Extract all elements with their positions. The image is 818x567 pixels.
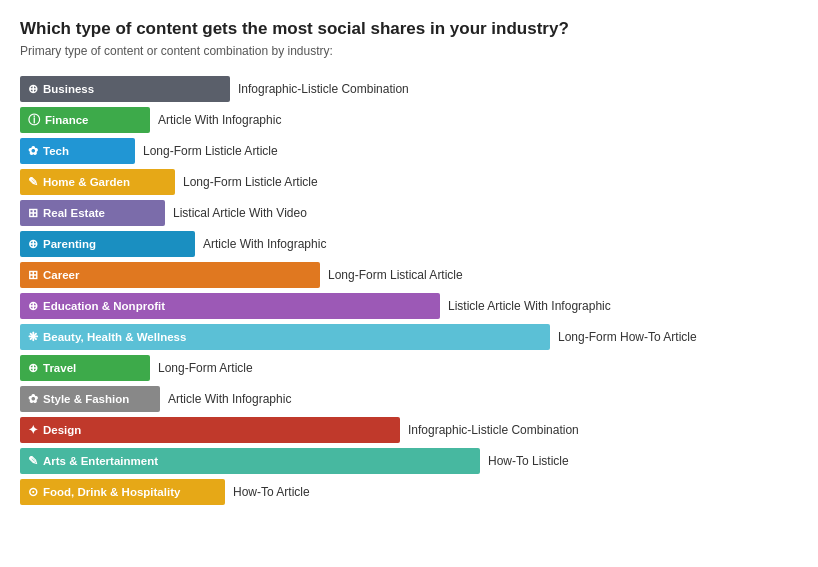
bar-icon-food-drink: ⊙ [28,485,38,499]
bar-label-tech: ✿Tech [28,144,69,158]
bar-icon-parenting: ⊕ [28,237,38,251]
bar-label-real-estate: ⊞Real Estate [28,206,105,220]
bar-label-text-finance: Finance [45,114,88,126]
bar-label-education-nonprofit: ⊕Education & Nonprofit [28,299,165,313]
bar-label-arts-entertainment: ✎Arts & Entertainment [28,454,158,468]
bar-label-text-style-fashion: Style & Fashion [43,393,129,405]
bar-real-estate: ⊞Real Estate [20,200,165,226]
bar-icon-career: ⊞ [28,268,38,282]
bar-design: ✦Design [20,417,400,443]
bar-description-tech: Long-Form Listicle Article [143,144,278,158]
bar-label-text-business: Business [43,83,94,95]
chart-container: ⊕BusinessInfographic-Listicle Combinatio… [20,76,798,505]
bar-label-text-career: Career [43,269,79,281]
bar-icon-business: ⊕ [28,82,38,96]
bar-icon-beauty-health: ❋ [28,330,38,344]
bar-arts-entertainment: ✎Arts & Entertainment [20,448,480,474]
bar-travel: ⊕Travel [20,355,150,381]
bar-food-drink: ⊙Food, Drink & Hospitality [20,479,225,505]
bar-icon-home-garden: ✎ [28,175,38,189]
bar-description-education-nonprofit: Listicle Article With Infographic [448,299,611,313]
bar-description-home-garden: Long-Form Listicle Article [183,175,318,189]
bar-icon-tech: ✿ [28,144,38,158]
bar-beauty-health: ❋Beauty, Health & Wellness [20,324,550,350]
chart-row: ⊕TravelLong-Form Article [20,355,798,381]
chart-title: Which type of content gets the most soci… [20,18,798,40]
bar-description-beauty-health: Long-Form How-To Article [558,330,697,344]
bar-icon-style-fashion: ✿ [28,392,38,406]
bar-label-text-tech: Tech [43,145,69,157]
bar-description-business: Infographic-Listicle Combination [238,82,409,96]
chart-row: ⊕BusinessInfographic-Listicle Combinatio… [20,76,798,102]
chart-row: ⊕ParentingArticle With Infographic [20,231,798,257]
bar-label-text-arts-entertainment: Arts & Entertainment [43,455,158,467]
bar-home-garden: ✎Home & Garden [20,169,175,195]
bar-description-arts-entertainment: How-To Listicle [488,454,569,468]
bar-education-nonprofit: ⊕Education & Nonprofit [20,293,440,319]
chart-row: ⊞CareerLong-Form Listical Article [20,262,798,288]
bar-icon-travel: ⊕ [28,361,38,375]
bar-description-style-fashion: Article With Infographic [168,392,291,406]
bar-label-text-real-estate: Real Estate [43,207,105,219]
chart-subtitle: Primary type of content or content combi… [20,44,798,58]
bar-icon-design: ✦ [28,423,38,437]
bar-label-text-education-nonprofit: Education & Nonprofit [43,300,165,312]
bar-label-style-fashion: ✿Style & Fashion [28,392,129,406]
bar-label-career: ⊞Career [28,268,79,282]
chart-row: ⊞Real EstateListical Article With Video [20,200,798,226]
bar-style-fashion: ✿Style & Fashion [20,386,160,412]
bar-label-text-beauty-health: Beauty, Health & Wellness [43,331,186,343]
chart-row: ⓘFinanceArticle With Infographic [20,107,798,133]
bar-description-finance: Article With Infographic [158,113,281,127]
chart-row: ⊕Education & NonprofitListicle Article W… [20,293,798,319]
bar-label-design: ✦Design [28,423,81,437]
bar-label-text-food-drink: Food, Drink & Hospitality [43,486,180,498]
bar-label-home-garden: ✎Home & Garden [28,175,130,189]
bar-label-beauty-health: ❋Beauty, Health & Wellness [28,330,186,344]
bar-icon-finance: ⓘ [28,112,40,129]
bar-label-text-travel: Travel [43,362,76,374]
chart-row: ✿TechLong-Form Listicle Article [20,138,798,164]
bar-icon-arts-entertainment: ✎ [28,454,38,468]
bar-description-food-drink: How-To Article [233,485,310,499]
bar-description-travel: Long-Form Article [158,361,253,375]
bar-tech: ✿Tech [20,138,135,164]
chart-row: ✦DesignInfographic-Listicle Combination [20,417,798,443]
bar-label-finance: ⓘFinance [28,112,88,129]
bar-label-text-design: Design [43,424,81,436]
bar-label-parenting: ⊕Parenting [28,237,96,251]
bar-icon-education-nonprofit: ⊕ [28,299,38,313]
chart-row: ✿Style & FashionArticle With Infographic [20,386,798,412]
bar-career: ⊞Career [20,262,320,288]
bar-description-career: Long-Form Listical Article [328,268,463,282]
chart-row: ✎Home & GardenLong-Form Listicle Article [20,169,798,195]
bar-label-travel: ⊕Travel [28,361,76,375]
chart-row: ❋Beauty, Health & WellnessLong-Form How-… [20,324,798,350]
bar-label-text-parenting: Parenting [43,238,96,250]
bar-label-business: ⊕Business [28,82,94,96]
bar-business: ⊕Business [20,76,230,102]
bar-icon-real-estate: ⊞ [28,206,38,220]
chart-row: ✎Arts & EntertainmentHow-To Listicle [20,448,798,474]
bar-description-parenting: Article With Infographic [203,237,326,251]
bar-finance: ⓘFinance [20,107,150,133]
chart-row: ⊙Food, Drink & HospitalityHow-To Article [20,479,798,505]
bar-label-text-home-garden: Home & Garden [43,176,130,188]
bar-parenting: ⊕Parenting [20,231,195,257]
bar-label-food-drink: ⊙Food, Drink & Hospitality [28,485,180,499]
bar-description-design: Infographic-Listicle Combination [408,423,579,437]
bar-description-real-estate: Listical Article With Video [173,206,307,220]
